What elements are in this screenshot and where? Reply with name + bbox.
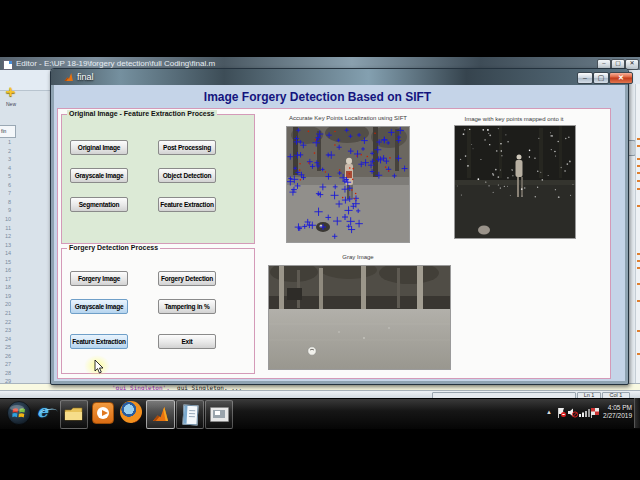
matlab-figure-icon [64,72,74,82]
taskbar-explorer-button[interactable] [60,400,88,429]
new-file-label: New [2,101,20,107]
figure-minimize-button[interactable]: – [577,72,593,84]
taskbar-matlab-button[interactable] [146,400,175,429]
folder-icon [64,406,83,422]
figure-panel1-button-feature-extraction[interactable]: Feature Extraction [158,197,216,212]
clock-date: 2/27/2019 [598,412,632,420]
matlab-icon [152,406,169,423]
figure-titlebar[interactable]: final – ▢ ✕ [51,69,628,85]
line-number: 23 [5,326,11,334]
line-number: 4 [8,164,11,172]
mouse-cursor [94,360,104,374]
taskbar: e [0,398,640,429]
figure-panel2-button-tampering-in-[interactable]: Tampering in % [158,299,216,314]
figure-title: final [77,69,94,85]
figure-panel2-button-grayscale-image[interactable]: Grayscale Image [70,299,128,314]
line-number: 24 [5,335,11,343]
line-number: 26 [5,352,11,360]
line-number: 8 [8,198,11,206]
firefox-icon[interactable] [120,401,142,423]
panel-forgery-detection: Forgery Detection Process Forgery ImageF… [61,248,255,374]
internet-explorer-icon[interactable]: e [37,401,59,423]
panel2-title: Forgery Detection Process [67,244,160,251]
editor-doc-tab[interactable]: fin [0,125,16,138]
figure-panel2-button-feature-extraction[interactable]: Feature Extraction [70,334,128,349]
tray-action-center-icon[interactable] [556,407,566,418]
tray-clock[interactable]: 4:05 PM 2/27/2019 [598,404,632,419]
line-number: 9 [8,206,11,214]
figure-close-button[interactable]: ✕ [609,72,633,84]
line-number: 11 [5,224,11,232]
panel-feature-extraction: Original Image - Feature Extraction Proc… [61,114,255,244]
caption-gray-image: Gray Image [258,254,458,260]
close-icon: ✕ [610,73,632,82]
minimize-icon: – [578,73,592,82]
tray-network-icon[interactable] [579,407,590,418]
figure-maximize-button[interactable]: ▢ [593,72,609,84]
clock-time: 4:05 PM [598,404,632,412]
media-player-icon[interactable] [92,402,114,424]
letterbox-top [0,0,640,57]
line-number: 27 [5,360,11,368]
screen: Editor - E:\UP 18-19\forgery detection\f… [0,0,640,480]
line-number: 19 [5,292,11,300]
line-number: 7 [8,189,11,197]
line-number: 13 [5,241,11,249]
play-icon [102,410,108,416]
caption-keypoints-mapped: Image with key points mapped onto it [399,116,625,122]
taskbar-photos-button[interactable] [205,400,233,429]
line-number: 17 [5,275,11,283]
figure-panel1-button-grayscale-image[interactable]: Grayscale Image [70,168,128,183]
figure-panel1-button-object-detection[interactable]: Object Detection [158,168,216,183]
gui-heading: Image Forgery Detection Based on SIFT [54,90,603,104]
line-number: 20 [5,300,11,308]
editor-analyzer-marks [635,84,640,383]
letterbox-bottom [0,428,640,480]
line-number: 10 [5,215,11,223]
line-number: 1 [8,138,11,146]
line-number: 25 [5,343,11,351]
figure-content: Image Forgery Detection Based on SIFT Or… [54,85,625,381]
maximize-icon: ▢ [594,73,608,82]
line-number: 16 [5,266,11,274]
figure-window: final – ▢ ✕ Image Forgery Detection Base… [50,68,629,385]
panel1-title: Original Image - Feature Extraction Proc… [67,110,217,117]
line-number: 14 [5,249,11,257]
figure-panel2-button-forgery-image[interactable]: Forgery Image [70,271,128,286]
start-button[interactable] [7,401,31,425]
line-number: 12 [5,232,11,240]
tray-show-hidden-icons[interactable]: ▲ [546,408,552,416]
line-number: 3 [8,155,11,163]
line-number: 15 [5,258,11,266]
image-keypoints-mapped [454,125,576,239]
photo-icon [210,407,229,422]
new-file-icon[interactable]: + [4,85,17,100]
journal-page [182,405,198,426]
show-desktop-button[interactable] [634,398,640,428]
line-number: 22 [5,318,11,326]
figure-panel1-button-segmentation[interactable]: Segmentation [70,197,128,212]
line-number: 28 [5,369,11,377]
figure-panel1-button-original-image[interactable]: Original Image [70,140,128,155]
line-number: 2 [8,147,11,155]
line-number: 5 [8,172,11,180]
image-gray [268,265,451,370]
editor-app-icon [3,60,13,70]
figure-panel1-button-post-processing[interactable]: Post Processing [158,140,216,155]
editor-line-numbers: 1234567891011121314151617181920212223242… [0,138,12,396]
line-number: 6 [8,181,11,189]
line-number: 21 [5,309,11,317]
line-number: 18 [5,283,11,291]
figure-panel2-button-forgery-detection[interactable]: Forgery Detection [158,271,216,286]
image-sift-keypoints [286,126,410,243]
taskbar-journal-button[interactable] [176,400,204,429]
tray-volume-muted-icon[interactable] [567,407,578,418]
figure-panel2-button-exit[interactable]: Exit [158,334,216,349]
